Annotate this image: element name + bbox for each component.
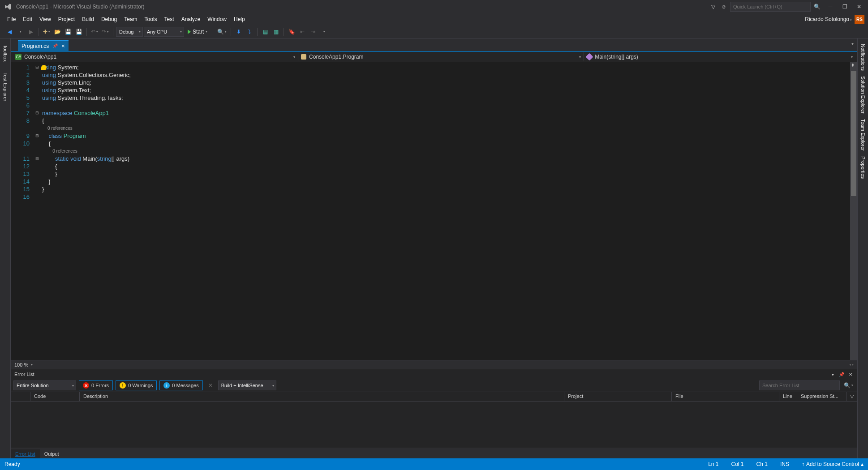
lightbulb-icon[interactable]	[41, 65, 47, 70]
tab-error-list[interactable]: Error List	[11, 449, 40, 458]
error-list-panel: Error List ▾ 📌 ✕ Entire Solution ✕0 Erro…	[11, 369, 857, 458]
nav-back-button[interactable]: ◀	[4, 27, 14, 37]
status-col[interactable]: Col 1	[731, 461, 744, 467]
menu-edit[interactable]: Edit	[19, 14, 36, 24]
menu-tools[interactable]: Tools	[141, 14, 161, 24]
comment-button[interactable]: ▤	[260, 27, 270, 37]
undo-button[interactable]: ↶	[90, 27, 99, 37]
messages-toggle[interactable]: i0 Messages	[159, 380, 202, 390]
error-search-dropdown[interactable]: 🔍	[842, 380, 855, 390]
menu-project[interactable]: Project	[55, 14, 78, 24]
new-project-button[interactable]: ✚	[42, 27, 52, 37]
properties-tab[interactable]: Properties	[859, 154, 867, 181]
source-control-button[interactable]: ↑ Add to Source Control ▴	[802, 461, 864, 467]
error-source-dropdown[interactable]: Build + IntelliSense	[218, 380, 276, 390]
feedback-icon[interactable]: ☺	[719, 2, 728, 11]
col-code[interactable]: Code	[30, 392, 80, 401]
solution-platform-dropdown[interactable]: Any CPU	[144, 27, 184, 37]
nav-project-label: ConsoleApp1	[24, 54, 56, 60]
bookmark-button[interactable]: 🔖	[287, 27, 296, 37]
col-file[interactable]: File	[672, 392, 779, 401]
tabs-overflow-dropdown[interactable]: ▾	[851, 41, 854, 46]
start-debug-button[interactable]: Start ▾	[185, 27, 210, 37]
error-list-body[interactable]	[11, 402, 857, 448]
errors-toggle[interactable]: ✕0 Errors	[79, 380, 113, 390]
col-icon[interactable]	[11, 392, 30, 401]
team-explorer-tab[interactable]: Team Explorer	[859, 116, 867, 154]
panel-pin-icon[interactable]: 📌	[838, 371, 845, 377]
save-button[interactable]: 💾	[63, 27, 73, 37]
save-all-button[interactable]: 💾	[74, 27, 84, 37]
menu-view[interactable]: View	[36, 14, 55, 24]
split-editor-icon[interactable]: ⬍	[851, 63, 856, 68]
panel-position-icon[interactable]: ▾	[829, 371, 836, 377]
menu-file[interactable]: File	[4, 14, 19, 24]
tab-program-cs[interactable]: Program.cs 📌 ×	[18, 40, 69, 51]
test-explorer-tab[interactable]: Test Explorer	[2, 69, 9, 105]
menu-analyze[interactable]: Analyze	[178, 14, 204, 24]
nav-project-dropdown[interactable]: C#ConsoleApp1	[13, 52, 298, 61]
solution-explorer-tab[interactable]: Solution Explorer	[859, 73, 867, 116]
minimize-button[interactable]: ─	[825, 2, 836, 11]
col-line[interactable]: Line	[779, 392, 797, 401]
tab-output[interactable]: Output	[40, 449, 64, 458]
error-search-input[interactable]	[759, 380, 840, 390]
panel-close-icon[interactable]: ✕	[847, 371, 854, 377]
restore-button[interactable]: ❐	[839, 2, 850, 11]
line-gutter: 12345678910111213141516	[11, 62, 34, 360]
menu-window[interactable]: Window	[204, 14, 230, 24]
find-in-files-button[interactable]: 🔍	[216, 27, 228, 37]
user-name[interactable]: Ricardo Sotolongo	[805, 16, 852, 22]
nav-class-dropdown[interactable]: ConsoleApp1.Program	[298, 52, 584, 61]
editor-tabs: Program.cs 📌 × ▾	[11, 38, 857, 51]
errors-count: 0 Errors	[91, 383, 109, 388]
menu-build[interactable]: Build	[78, 14, 98, 24]
prev-bookmark-button[interactable]: ⇤	[297, 27, 307, 37]
scrollbar-thumb[interactable]	[851, 71, 856, 196]
col-suppression[interactable]: Suppression St...	[797, 392, 847, 401]
nav-fwd-button[interactable]: ▶	[26, 27, 36, 37]
fold-column[interactable]: ⊟⊟⊟⊟	[34, 62, 40, 360]
step-into-button[interactable]: ⬇	[234, 27, 244, 37]
error-scope-dropdown[interactable]: Entire Solution	[13, 380, 76, 390]
menu-help[interactable]: Help	[230, 14, 249, 24]
menu-debug[interactable]: Debug	[98, 14, 120, 24]
close-tab-icon[interactable]: ×	[61, 43, 65, 49]
col-project[interactable]: Project	[564, 392, 672, 401]
search-icon[interactable]: 🔍	[812, 2, 821, 11]
next-bookmark-button[interactable]: ⇥	[308, 27, 318, 37]
redo-button[interactable]: ↷	[100, 27, 110, 37]
play-icon	[188, 30, 191, 34]
menu-team[interactable]: Team	[120, 14, 141, 24]
error-list-header[interactable]: Code Description Project File Line Suppr…	[11, 392, 857, 402]
uncomment-button[interactable]: ▥	[271, 27, 281, 37]
zoom-level[interactable]: 100 %	[14, 362, 28, 367]
menu-test[interactable]: Test	[161, 14, 178, 24]
notifications-tab[interactable]: Notifications	[859, 41, 867, 73]
open-file-button[interactable]: 📂	[52, 27, 62, 37]
source-control-label: Add to Source Control	[806, 461, 859, 467]
code-content[interactable]: using System;using System.Collections.Ge…	[40, 62, 850, 360]
pin-icon[interactable]: 📌	[52, 43, 58, 48]
user-badge[interactable]: RS	[855, 15, 864, 24]
nav-back-dropdown[interactable]	[15, 27, 25, 37]
nav-method-dropdown[interactable]: Main(string[] args)	[584, 52, 855, 61]
close-button[interactable]: ✕	[854, 2, 864, 11]
toolbox-tab[interactable]: Toolbox	[2, 41, 9, 65]
quick-launch-input[interactable]	[730, 2, 811, 12]
warnings-toggle[interactable]: 0 Warnings	[116, 380, 157, 390]
code-editor[interactable]: 12345678910111213141516 ⊟⊟⊟⊟ using Syste…	[11, 62, 857, 360]
editor-scrollbar[interactable]: ⬍	[850, 62, 857, 360]
status-line[interactable]: Ln 1	[708, 461, 718, 467]
notifications-icon[interactable]: ▽	[709, 2, 718, 11]
status-char[interactable]: Ch 1	[756, 461, 768, 467]
clear-filter-button[interactable]: ✕	[206, 380, 215, 390]
menu-bar: File Edit View Project Build Debug Team …	[0, 13, 868, 25]
zoom-dropdown-icon[interactable]: ▾	[31, 363, 33, 367]
col-filter-icon[interactable]: ▽	[847, 392, 857, 401]
toolbar-overflow[interactable]	[319, 27, 329, 37]
step-over-button[interactable]: ⤵	[245, 27, 254, 37]
col-description[interactable]: Description	[80, 392, 564, 401]
solution-config-dropdown[interactable]: Debug	[116, 27, 143, 37]
status-ins[interactable]: INS	[780, 461, 789, 467]
